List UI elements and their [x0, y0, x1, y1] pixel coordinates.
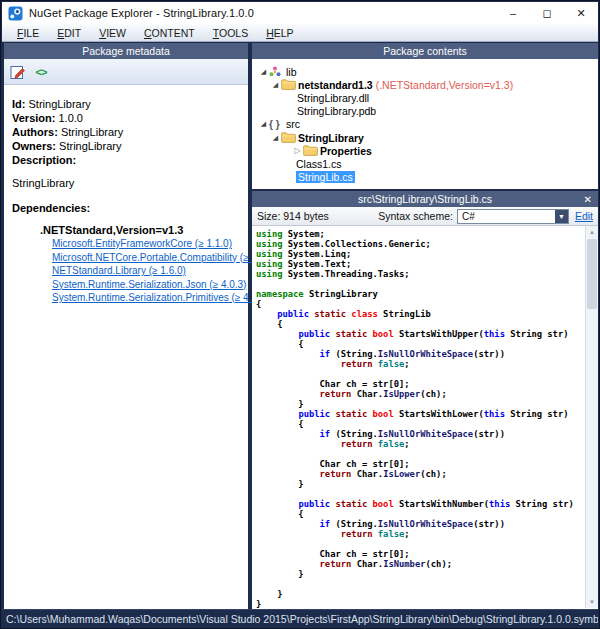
vertical-scrollbar[interactable]: ▲ ▼: [585, 226, 598, 608]
code-line: using System.Text;: [256, 259, 585, 269]
code-line: }: [256, 569, 585, 579]
code-line: {: [256, 339, 585, 349]
code-line: return false;: [256, 529, 585, 539]
title-bar: NuGet Package Explorer - StringLibrary.1…: [2, 2, 598, 24]
tree-item-stringlibrary-pdb[interactable]: StringLibrary.pdb: [252, 105, 598, 118]
code-line: using System;: [256, 229, 585, 239]
tree-item-netstandard1-3[interactable]: ◢netstandard1.3(.NETStandard,Version=v1.…: [252, 78, 598, 91]
code-area: using System;using System.Collections.Ge…: [252, 226, 585, 608]
package-contents-panel: Package contents ◢lib◢netstandard1.3(.NE…: [252, 43, 598, 189]
code-line: [256, 449, 585, 459]
description-value: StringLibrary: [12, 176, 240, 190]
tree-item-label: lib: [286, 66, 297, 78]
menu-tools[interactable]: TOOLS: [204, 25, 257, 41]
menu-file[interactable]: FILE: [8, 25, 48, 41]
code-line: Char ch = str[0];: [256, 459, 585, 469]
code-line: public static bool StartsWithLower(this …: [256, 409, 585, 419]
dependency-link[interactable]: Microsoft.EntityFrameworkCore (≥ 1.1.0): [52, 237, 240, 251]
menu-content[interactable]: CONTENT: [135, 25, 204, 41]
code-line: public static bool StartsWithNumber(this…: [256, 499, 585, 509]
tree-item-stringlibrary-dll[interactable]: StringLibrary.dll: [252, 91, 598, 104]
code-line: public static bool StartsWithUpper(this …: [256, 329, 585, 339]
expander-expanded-icon[interactable]: ◢: [258, 120, 269, 128]
dependency-link[interactable]: System.Runtime.Serialization.Primitives …: [52, 291, 240, 305]
tree-item-label: StringLib.cs: [296, 171, 355, 183]
metadata-toolbar: <>: [4, 59, 248, 85]
menu-help[interactable]: HELP: [257, 25, 302, 41]
code-line: using System.Collections.Generic;: [256, 239, 585, 249]
dependency-link[interactable]: System.Runtime.Serialization.Json (≥ 4.0…: [52, 278, 240, 292]
tree-item-label: StringLibrary.dll: [297, 92, 369, 104]
menu-view[interactable]: VIEW: [90, 25, 135, 41]
scrollbar-thumb[interactable]: [587, 239, 597, 309]
metadata-fields: Id: StringLibraryVersion: 1.0.0Authors: …: [12, 97, 240, 167]
code-line: [256, 489, 585, 499]
dependencies-label: Dependencies:: [12, 201, 240, 215]
tree-item-label: netstandard1.3: [298, 79, 373, 91]
syntax-scheme-select[interactable]: C# ▼: [457, 209, 569, 224]
file-size-label: Size: 914 bytes: [257, 210, 329, 222]
app-window: NuGet Package Explorer - StringLibrary.1…: [0, 0, 600, 629]
code-line: {: [256, 509, 585, 519]
code-line: return false;: [256, 359, 585, 369]
tree-item-stringlib-cs[interactable]: StringLib.cs: [252, 171, 598, 184]
code-line: using System.Linq;: [256, 249, 585, 259]
tree-item-class1-cs[interactable]: Class1.cs: [252, 157, 598, 170]
code-line: {: [256, 319, 585, 329]
code-line: public static class StringLib: [256, 309, 585, 319]
tree-item-label: Properties: [320, 145, 372, 157]
code-line: Char ch = str[0];: [256, 549, 585, 559]
dependency-link[interactable]: Microsoft.NETCore.Portable.Compatibility…: [52, 251, 240, 265]
file-path-title: src\StringLibrary\StringLib.cs: [358, 193, 492, 205]
code-line: [256, 579, 585, 589]
dependency-link[interactable]: NETStandard.Library (≥ 1.6.0): [52, 264, 240, 278]
code-line: using System.Threading.Tasks;: [256, 269, 585, 279]
tree-item-properties[interactable]: ▷Properties: [252, 144, 598, 157]
expander-expanded-icon[interactable]: ◢: [258, 68, 269, 76]
scroll-up-icon[interactable]: ▲: [586, 226, 598, 238]
metadata-panel-header: Package metadata: [4, 43, 248, 59]
folder-icon: [281, 132, 298, 143]
tree-item-label: StringLibrary: [298, 132, 364, 144]
tree-item-src[interactable]: ◢{ }src: [252, 118, 598, 131]
minimize-button[interactable]: –: [496, 2, 530, 24]
metadata-content: Id: StringLibraryVersion: 1.0.0Authors: …: [4, 85, 248, 305]
tree-item-label: Class1.cs: [296, 158, 342, 170]
chevron-down-icon[interactable]: ▼: [555, 210, 568, 223]
code-line: }: [256, 589, 585, 599]
expander-expanded-icon[interactable]: ◢: [270, 134, 281, 142]
tree-item-stringlibrary[interactable]: ◢StringLibrary: [252, 131, 598, 144]
code-line: [256, 279, 585, 289]
tree-item-lib[interactable]: ◢lib: [252, 65, 598, 78]
code-line: Char ch = str[0];: [256, 379, 585, 389]
metadata-field: Owners: StringLibrary: [12, 139, 240, 153]
edit-link[interactable]: Edit: [575, 210, 593, 222]
close-file-icon[interactable]: ✕: [584, 191, 592, 207]
expander-collapsed-icon[interactable]: ▷: [292, 146, 303, 155]
code-line: }: [256, 479, 585, 489]
code-line: [256, 539, 585, 549]
code-line: }: [256, 399, 585, 409]
app-logo-icon: [8, 6, 23, 21]
menu-bar: FILEEDITVIEWCONTENTTOOLSHELP: [2, 24, 598, 42]
maximize-button[interactable]: ◻: [530, 2, 564, 24]
package-metadata-panel: Package metadata <> Id: StringLibraryVer…: [4, 43, 248, 609]
code-line: return false;: [256, 439, 585, 449]
menu-edit[interactable]: EDIT: [48, 25, 90, 41]
lib-icon: [269, 66, 286, 78]
window-controls: – ◻ ✕: [496, 2, 598, 24]
framework-note: (.NETStandard,Version=v1.3): [376, 79, 513, 91]
code-line: {: [256, 419, 585, 429]
file-toolbar: Size: 914 bytes Syntax scheme: C# ▼ Edit: [252, 207, 598, 226]
braces-icon: { }: [269, 119, 286, 130]
package-path-text: C:\Users\Muhammad.Waqas\Documents\Visual…: [6, 613, 598, 625]
scroll-down-icon[interactable]: ▼: [586, 596, 598, 608]
view-source-icon[interactable]: <>: [33, 64, 49, 80]
code-line: if (String.IsNullOrWhiteSpace(str)): [256, 429, 585, 439]
code-line: return Char.IsLower(ch);: [256, 469, 585, 479]
code-line: return Char.IsNumber(ch);: [256, 559, 585, 569]
expander-expanded-icon[interactable]: ◢: [270, 81, 281, 89]
file-panel-header: src\StringLibrary\StringLib.cs ✕: [252, 191, 598, 207]
close-button[interactable]: ✕: [564, 2, 598, 24]
edit-metadata-icon[interactable]: [10, 64, 26, 80]
